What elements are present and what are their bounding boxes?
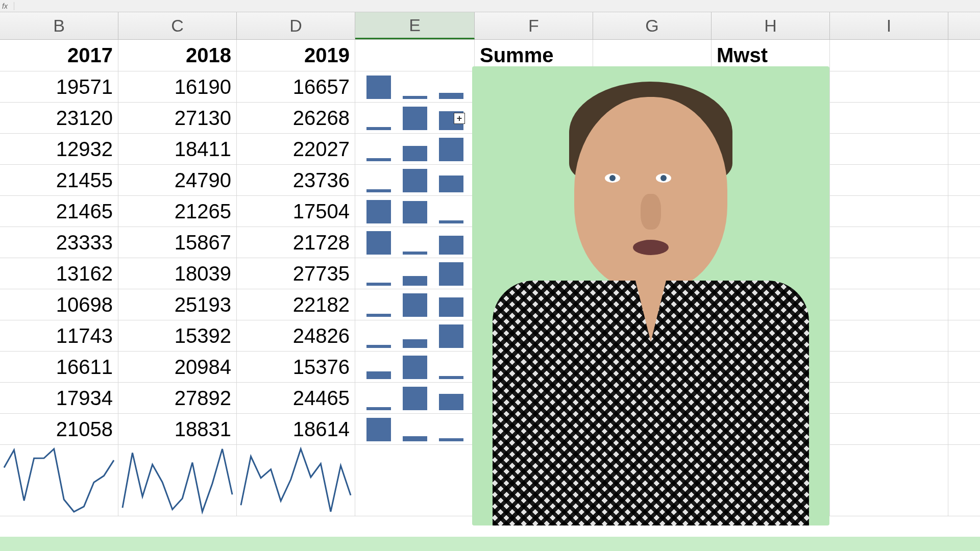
- cell-I[interactable]: [830, 134, 948, 164]
- row-sparkline[interactable]: [355, 320, 475, 351]
- sparkline-bar: [366, 345, 391, 348]
- row-sparkline[interactable]: [355, 383, 475, 413]
- cell-C[interactable]: 27892: [118, 383, 237, 413]
- sparkline-bar: [439, 93, 463, 99]
- cell-D[interactable]: 22027: [237, 134, 355, 164]
- row-sparkline[interactable]: [355, 414, 475, 444]
- cell-C[interactable]: 24790: [118, 165, 237, 195]
- header-cell-C[interactable]: 2018: [118, 40, 237, 71]
- cell-B[interactable]: 21455: [0, 165, 118, 195]
- sparkline-bar: [366, 158, 391, 161]
- cell-C[interactable]: 15392: [118, 320, 237, 351]
- sparkline-bar: [403, 252, 427, 255]
- cell-I[interactable]: [830, 227, 948, 258]
- col-header-B[interactable]: B: [0, 12, 118, 39]
- cell-D[interactable]: 26268: [237, 103, 355, 133]
- formula-bar[interactable]: fx: [0, 0, 980, 12]
- column-sparkline-C[interactable]: [118, 445, 237, 516]
- row-sparkline[interactable]: [355, 352, 475, 382]
- header-cell-D[interactable]: 2019: [237, 40, 355, 71]
- cell-D[interactable]: 23736: [237, 165, 355, 195]
- cell-D[interactable]: 27735: [237, 258, 355, 289]
- cell-I[interactable]: [830, 258, 948, 289]
- cell-B[interactable]: 23120: [0, 103, 118, 133]
- cell-I[interactable]: [830, 352, 948, 382]
- cell-D[interactable]: 17504: [237, 196, 355, 227]
- sparkline-bar: [366, 231, 391, 255]
- row-sparkline[interactable]: [355, 134, 475, 164]
- row-sparkline[interactable]: [355, 165, 475, 195]
- cell-B[interactable]: 13162: [0, 258, 118, 289]
- fx-icon: fx: [0, 2, 14, 10]
- sparkline-bar: [366, 407, 391, 410]
- sparkline-bar: [366, 283, 391, 286]
- sparkline-bar: [403, 436, 427, 441]
- sparkline-bar: [439, 394, 463, 410]
- col-header-I[interactable]: I: [830, 12, 948, 39]
- col-header-E[interactable]: E: [355, 12, 475, 39]
- cell-B[interactable]: 10698: [0, 289, 118, 320]
- sparkline-bar: [439, 376, 463, 379]
- cell-B[interactable]: 11743: [0, 320, 118, 351]
- sparkline-bar: [366, 371, 391, 379]
- sparkline-bar: [366, 127, 391, 130]
- cell-I[interactable]: [830, 289, 948, 320]
- cell-C[interactable]: 25193: [118, 289, 237, 320]
- sparkline-bar: [366, 189, 391, 192]
- cell-D[interactable]: 24465: [237, 383, 355, 413]
- cell-D[interactable]: 24826: [237, 320, 355, 351]
- cell-cursor-icon: +: [454, 113, 465, 124]
- row-sparkline[interactable]: [355, 227, 475, 258]
- cell-D[interactable]: 18614: [237, 414, 355, 444]
- cell-I[interactable]: [830, 414, 948, 444]
- header-cell-I[interactable]: [830, 40, 948, 71]
- column-sparkline-B[interactable]: [0, 445, 118, 516]
- cell-D[interactable]: 22182: [237, 289, 355, 320]
- header-cell-B[interactable]: 2017: [0, 40, 118, 71]
- column-sparkline-D[interactable]: [237, 445, 355, 516]
- cell-D[interactable]: 21728: [237, 227, 355, 258]
- sparkline-bar: [439, 324, 463, 348]
- row-sparkline[interactable]: [355, 71, 475, 102]
- column-headers[interactable]: BCDEFGHI: [0, 12, 980, 40]
- sparkline-bar: [439, 138, 463, 161]
- cell-I[interactable]: [830, 103, 948, 133]
- cell-B[interactable]: 16611: [0, 352, 118, 382]
- sparkline-bar: [403, 339, 427, 348]
- cell-B[interactable]: 12932: [0, 134, 118, 164]
- cell-B[interactable]: 19571: [0, 71, 118, 102]
- cell-C[interactable]: 15867: [118, 227, 237, 258]
- column-sparkline-E[interactable]: [355, 445, 475, 516]
- col-header-F[interactable]: F: [475, 12, 593, 39]
- cell-I[interactable]: [830, 71, 948, 102]
- cell-I[interactable]: [830, 320, 948, 351]
- column-sparkline-I[interactable]: [830, 445, 948, 516]
- cell-C[interactable]: 16190: [118, 71, 237, 102]
- cell-C[interactable]: 18039: [118, 258, 237, 289]
- cell-D[interactable]: 16657: [237, 71, 355, 102]
- cell-C[interactable]: 18831: [118, 414, 237, 444]
- cell-I[interactable]: [830, 165, 948, 195]
- col-header-D[interactable]: D: [237, 12, 355, 39]
- row-sparkline[interactable]: +: [355, 103, 475, 133]
- cell-B[interactable]: 21058: [0, 414, 118, 444]
- cell-I[interactable]: [830, 383, 948, 413]
- row-sparkline[interactable]: [355, 258, 475, 289]
- sparkline-bar: [403, 169, 427, 192]
- cell-B[interactable]: 17934: [0, 383, 118, 413]
- cell-B[interactable]: 21465: [0, 196, 118, 227]
- cell-B[interactable]: 23333: [0, 227, 118, 258]
- header-cell-E[interactable]: [355, 40, 475, 71]
- col-header-C[interactable]: C: [118, 12, 237, 39]
- col-header-G[interactable]: G: [593, 12, 712, 39]
- cell-I[interactable]: [830, 196, 948, 227]
- sparkline-bar: [366, 314, 391, 317]
- cell-C[interactable]: 20984: [118, 352, 237, 382]
- row-sparkline[interactable]: [355, 196, 475, 227]
- cell-C[interactable]: 27130: [118, 103, 237, 133]
- cell-C[interactable]: 21265: [118, 196, 237, 227]
- cell-D[interactable]: 15376: [237, 352, 355, 382]
- row-sparkline[interactable]: [355, 289, 475, 320]
- cell-C[interactable]: 18411: [118, 134, 237, 164]
- col-header-H[interactable]: H: [712, 12, 830, 39]
